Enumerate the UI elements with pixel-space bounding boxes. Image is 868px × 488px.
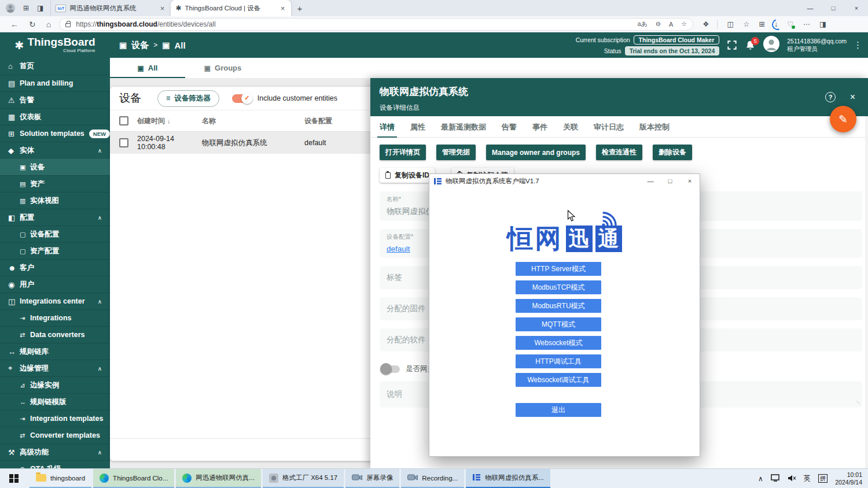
select-all-checkbox[interactable] xyxy=(119,116,128,125)
kebab-menu-icon[interactable]: ⋮ xyxy=(854,40,862,50)
start-button[interactable] xyxy=(0,469,28,488)
modbus-rtu-mode-button[interactable]: ModbusRTU模式 xyxy=(516,299,601,313)
address-bar[interactable]: https://thingsboard.cloud/entities/devic… xyxy=(59,18,693,31)
sort-desc-icon[interactable]: ↓ xyxy=(167,117,171,124)
home-icon[interactable]: ⌂ xyxy=(46,20,51,29)
tab-alarms[interactable]: 告警 xyxy=(502,122,517,138)
websocket-debug-tool-button[interactable]: Websocket调试工具 xyxy=(516,373,601,387)
taskbar-item-thingsboard-folder[interactable]: thingsboard xyxy=(30,469,91,488)
sidebar-item-asset-profiles[interactable]: ▢资产配置 xyxy=(0,242,110,259)
favorites-bar-icon[interactable]: ☆ xyxy=(743,20,749,28)
breadcrumb-root[interactable]: 设备 xyxy=(131,40,149,51)
window-minimize-button[interactable]: — xyxy=(799,0,822,16)
read-aloud-icon[interactable]: A xyxy=(669,21,673,28)
manage-owner-groups-button[interactable]: Manage owner and groups xyxy=(486,145,586,160)
mqtt-mode-button[interactable]: MQTT模式 xyxy=(516,317,601,331)
check-connectivity-button[interactable]: 检查连通性 xyxy=(596,145,642,160)
fullscreen-icon[interactable] xyxy=(726,39,738,51)
sidebar-toggle-icon[interactable]: ◨ xyxy=(819,20,826,28)
breadcrumb-current[interactable]: All xyxy=(174,40,185,50)
extensions-icon[interactable]: ❖ xyxy=(703,20,709,28)
network-icon[interactable] xyxy=(771,474,780,484)
sidebar-item-rule-chain-templates[interactable]: ↔规则链模版 xyxy=(0,393,110,410)
tab-relations[interactable]: 关联 xyxy=(563,122,578,138)
thingsboard-logo[interactable]: ✱ ThingsBoard Cloud Platform xyxy=(0,37,110,53)
sidebar-item-home[interactable]: ⌂首页 xyxy=(0,58,110,75)
sidebar-item-converter-templates[interactable]: ⇄Converter templates xyxy=(0,427,110,443)
sidebar-item-integrations[interactable]: ⇥Integrations xyxy=(0,309,110,326)
sidebar-item-integration-templates[interactable]: ⇥Integration templates xyxy=(0,410,110,427)
sidebar-item-advanced-features[interactable]: ⚒高级功能∧ xyxy=(0,443,110,460)
vertical-tabs-icon[interactable]: ◨ xyxy=(37,4,43,12)
client-titlebar[interactable]: 物联网虚拟仿真系统客户端V1.7 — □ × xyxy=(429,174,700,188)
tab-close-icon[interactable]: × xyxy=(159,4,167,13)
sidebar-item-customers[interactable]: ☻客户 xyxy=(0,259,110,276)
tab-attributes[interactable]: 属性 xyxy=(410,122,425,138)
sidebar-item-rule-chains[interactable]: ↔规则链库 xyxy=(0,343,110,360)
browser-profile-icon[interactable] xyxy=(6,3,15,13)
websocket-mode-button[interactable]: Websocket模式 xyxy=(516,336,601,350)
refresh-icon[interactable]: ↻ xyxy=(29,20,36,29)
sidebar-item-edge-management[interactable]: ⌖边缘管理∧ xyxy=(0,360,110,376)
tab-events[interactable]: 事件 xyxy=(532,122,547,138)
delete-device-button[interactable]: 删除设备 xyxy=(653,145,692,160)
open-details-page-button[interactable]: 打开详情页 xyxy=(380,145,426,160)
ime-indicator[interactable]: 拼 xyxy=(818,474,828,483)
taskbar-item-screen-record[interactable]: 屏幕录像 xyxy=(345,469,399,488)
resize-handle-icon[interactable]: ⟋ xyxy=(856,400,860,406)
language-indicator[interactable]: 英 xyxy=(804,474,811,483)
tab-details[interactable]: 详情 xyxy=(380,122,395,138)
taskbar-item-format-factory[interactable]: 格式工厂 X64 5.17 xyxy=(263,469,344,488)
client-minimize-button[interactable]: — xyxy=(641,174,660,188)
panel-scrollbar[interactable] xyxy=(865,116,868,468)
sidebar-item-alarms[interactable]: ⚠告警 xyxy=(0,91,110,108)
http-debug-tool-button[interactable]: HTTP调试工具 xyxy=(516,354,601,368)
edit-fab-button[interactable]: ✎ xyxy=(830,106,856,132)
copy-device-id-button[interactable]: 复制设备ID xyxy=(380,168,435,183)
client-close-button[interactable]: × xyxy=(680,174,700,188)
manage-credentials-button[interactable]: 管理凭据 xyxy=(436,145,476,160)
device-filter-button[interactable]: ≡ 设备筛选器 xyxy=(157,90,219,107)
favorite-star-icon[interactable]: ☆ xyxy=(681,20,687,28)
sidebar-item-profiles[interactable]: ◧配置∧ xyxy=(0,209,110,225)
notifications-bell-icon[interactable]: 5 xyxy=(745,40,756,51)
split-screen-icon[interactable]: ◫ xyxy=(727,20,734,28)
sidebar-item-ota-updates[interactable]: ⊕OTA 升级 xyxy=(0,460,110,468)
avatar[interactable] xyxy=(763,35,780,55)
browser-essentials-icon[interactable]: ♡ xyxy=(787,20,793,28)
http-server-mode-button[interactable]: HTTP Server模式 xyxy=(516,262,601,276)
tab-close-icon[interactable]: × xyxy=(279,4,287,13)
tab-groups[interactable]: ▣Groups xyxy=(185,58,260,78)
exit-button[interactable]: 退出 xyxy=(516,403,601,417)
tray-clock[interactable]: 10:01 2024/9/14 xyxy=(835,471,862,486)
column-created-time[interactable]: 创建时间↓ xyxy=(137,116,202,126)
modbus-tcp-mode-button[interactable]: ModbusTCP模式 xyxy=(516,280,601,294)
sidebar-item-integrations-center[interactable]: ◫Integrations center∧ xyxy=(0,293,110,309)
help-icon[interactable]: ? xyxy=(825,92,836,102)
downloads-icon[interactable]: ↓ xyxy=(774,20,778,28)
sidebar-item-entities[interactable]: ◆实体∧ xyxy=(0,142,110,158)
sidebar-item-solution-templates[interactable]: ⊞Solution templatesNEW xyxy=(0,125,110,142)
taskbar-item-iot-client[interactable]: 物联网虚拟仿真系... xyxy=(466,469,550,488)
window-maximize-button[interactable]: □ xyxy=(822,0,845,16)
sidebar-item-assets[interactable]: ▤资产 xyxy=(0,175,110,192)
subscription-badge[interactable]: ThingsBoard Cloud Maker xyxy=(634,35,720,45)
taskbar-item-thingsboard-cloud[interactable]: ThingsBoard Clo... xyxy=(93,469,174,488)
settings-more-icon[interactable]: ⋯ xyxy=(803,20,810,28)
is-gateway-toggle[interactable] xyxy=(381,365,400,373)
sidebar-item-plan-billing[interactable]: ▤Plan and billing xyxy=(0,75,110,91)
sidebar-item-entity-views[interactable]: ▥实体视图 xyxy=(0,192,110,209)
workspaces-icon[interactable]: ⊞ xyxy=(23,4,29,12)
tab-audit-logs[interactable]: 审计日志 xyxy=(594,122,624,138)
client-maximize-button[interactable]: □ xyxy=(660,174,680,188)
row-checkbox[interactable] xyxy=(119,138,128,147)
column-name[interactable]: 名称 xyxy=(202,116,304,126)
back-icon[interactable]: ← xyxy=(10,20,19,29)
device-profile-value[interactable]: default xyxy=(387,245,410,253)
sidebar-item-data-converters[interactable]: ⇄Data converters xyxy=(0,326,110,343)
window-close-button[interactable]: × xyxy=(845,0,868,16)
sidebar-item-dashboards[interactable]: ▦仪表板 xyxy=(0,108,110,125)
zoom-out-icon[interactable]: ⊖ xyxy=(656,20,661,28)
tab-latest-telemetry[interactable]: 最新遥测数据 xyxy=(441,122,486,138)
include-customer-entities-toggle[interactable]: ✓ xyxy=(232,94,252,103)
